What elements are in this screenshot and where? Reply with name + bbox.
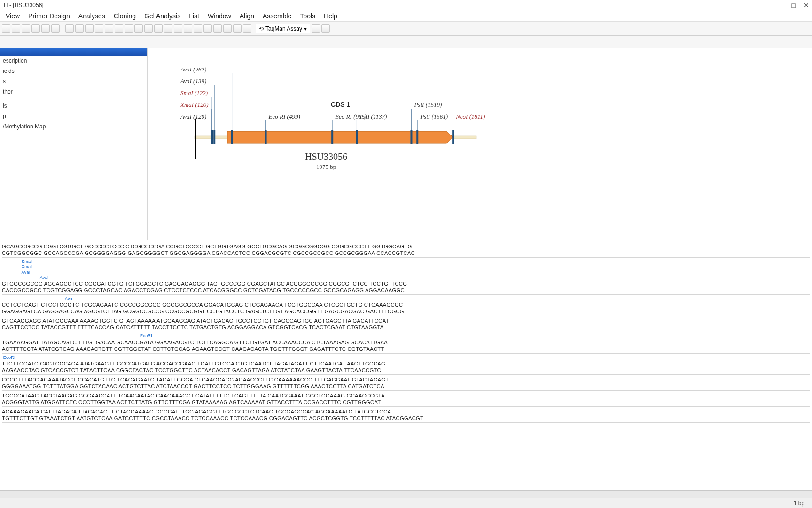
svg-text:XmaI (120): XmaI (120) — [180, 101, 209, 108]
menu-align[interactable]: Align — [236, 11, 258, 21]
svg-rect-31 — [416, 130, 418, 144]
toolbar-button[interactable] — [125, 24, 133, 33]
sequence-length: 1975 bp — [303, 163, 350, 171]
toolbar-button[interactable] — [95, 24, 103, 33]
menu-analyses[interactable]: Analyses — [75, 11, 109, 21]
toolbar-button[interactable] — [41, 24, 50, 33]
main-toolbar: ⟲ TaqMan Assay ▾ — [0, 22, 812, 36]
horizontal-scrollbar[interactable] — [0, 490, 812, 498]
sequence-bottom-strand: ACTTTTCCTA ATATCGTCAG AAACACTGTT CGTTGGC… — [2, 346, 810, 352]
svg-rect-16 — [211, 130, 212, 144]
toolbar-button[interactable] — [134, 24, 143, 33]
sequence-top-strand: TTCTTGGATG CAGTGGCAGA ATATGAAGTT GCCGATG… — [2, 360, 810, 367]
restriction-site-label: EcoRI — [2, 333, 810, 339]
toolbar-button[interactable] — [184, 24, 192, 33]
sequence-block: EcoRITGAAAAGGAT TATAGCAGTC TTTGTGACAA GC… — [2, 333, 810, 353]
toolbar-button[interactable] — [85, 24, 94, 33]
restriction-site-label: AvaI — [2, 270, 810, 275]
sequence-bottom-strand: AAGAACCTAC GTCACCGTCT TATACTTCAA CGGCTAC… — [2, 367, 810, 373]
toolbar-button[interactable] — [22, 24, 30, 33]
toolbar-button[interactable] — [115, 24, 123, 33]
toolbar-button[interactable] — [233, 24, 242, 33]
sequence-bottom-strand: CAGTTCCTCC TATACCGTTT TTTTCACCAG CATCATT… — [2, 324, 810, 331]
left-sidebar: escriptionieldssthorisp/Methylation Map — [0, 48, 148, 240]
toolbar-button[interactable] — [194, 24, 202, 33]
sequence-block: ACAAAGAACA CATTTAGACA TTACAGAGTT CTAGGAA… — [2, 408, 810, 423]
dna-icon: ⟲ — [259, 25, 264, 32]
sequence-top-strand: CCCCTTTACC AGAAATACCT CCAGATGTTG TGACAGA… — [2, 376, 810, 383]
svg-text:PstI (1561): PstI (1561) — [420, 113, 448, 120]
toolbar-button[interactable] — [75, 24, 84, 33]
toolbar-button[interactable] — [144, 24, 153, 33]
svg-text:PstI (1519): PstI (1519) — [414, 101, 442, 108]
menu-view[interactable]: VViewiew — [2, 11, 23, 21]
svg-rect-2 — [195, 119, 196, 159]
main-area: escriptionieldssthorisp/Methylation Map … — [0, 48, 812, 240]
sequence-block: SmaI XmaI AvaI AvaIGTGGCGGCGG AGCAGCCTCC… — [2, 259, 810, 295]
taqman-dropdown[interactable]: ⟲ TaqMan Assay ▾ — [256, 24, 310, 33]
toolbar-button[interactable] — [203, 24, 212, 33]
toolbar-button[interactable] — [164, 24, 172, 33]
svg-rect-25 — [356, 130, 358, 144]
toolbar-button[interactable] — [31, 24, 40, 33]
toolbar-button[interactable] — [105, 24, 113, 33]
svg-rect-34 — [452, 130, 454, 144]
svg-rect-7 — [213, 130, 215, 144]
close-button[interactable]: ✕ — [804, 1, 809, 9]
sequence-bottom-strand: CGTCGGCGGC GCCAGCCCGA GCGGGGAGGG GAGCGGG… — [2, 250, 810, 256]
maximize-button[interactable]: □ — [791, 1, 795, 9]
menu-gel-analysis[interactable]: Gel Analysis — [141, 11, 184, 21]
toolbar-button[interactable] — [12, 24, 20, 33]
menu-tools[interactable]: Tools — [296, 11, 319, 21]
menu-assemble[interactable]: Assemble — [259, 11, 295, 21]
sequence-map-view[interactable]: CDS 1AvaI (262)AvaI (139)SmaI (122)XmaI … — [148, 48, 812, 240]
sequence-text-panel[interactable]: GCAGCCGCCG CGGTCGGGCT GCCCCCTCCC CTCGCCC… — [0, 240, 812, 425]
menu-cloning[interactable]: Cloning — [110, 11, 140, 21]
toolbar-button[interactable] — [2, 24, 10, 33]
toolbar-button[interactable] — [213, 24, 222, 33]
sequence-top-strand: CCTCCTCAGT CTCCTCGGTC TCGCAGAATC CGCCGGC… — [2, 302, 810, 308]
svg-text:CDS 1: CDS 1 — [331, 101, 350, 108]
toolbar-button[interactable] — [223, 24, 232, 33]
toolbar-button[interactable] — [174, 24, 182, 33]
menu-list[interactable]: List — [185, 11, 203, 21]
sidebar-item[interactable]: is — [0, 101, 147, 111]
sequence-block: CCCCTTTACC AGAAATACCT CCAGATGTTG TGACAGA… — [2, 376, 810, 391]
menu-primer-design[interactable]: Primer Design — [24, 11, 74, 21]
taqman-label: TaqMan Assay — [265, 25, 302, 32]
cursor-position: 1 bp — [794, 500, 804, 507]
toolbar-button[interactable] — [154, 24, 163, 33]
sidebar-item[interactable]: s — [0, 76, 147, 87]
toolbar-button[interactable] — [243, 24, 251, 33]
sidebar-item[interactable]: ields — [0, 66, 147, 76]
restriction-site-label: SmaI — [2, 259, 810, 264]
toolbar-button[interactable] — [321, 24, 330, 33]
minimize-button[interactable]: — — [777, 1, 783, 9]
sequence-bottom-strand: CACCGCCGCC TCGTCGGAGG GCCCTAGCAC AGACCTC… — [2, 287, 810, 294]
sidebar-item[interactable]: p — [0, 111, 147, 121]
sidebar-header[interactable] — [0, 48, 147, 56]
sidebar-item[interactable]: escription — [0, 56, 147, 66]
sequence-bottom-strand: GGGGAAATGG TCTTTATGGA GGTCTACAAC ACTGTCT… — [2, 383, 810, 389]
restriction-site-label: EcoRI — [2, 355, 810, 360]
toolbar-button[interactable] — [51, 24, 60, 33]
sequence-top-strand: ACAAAGAACA CATTTAGACA TTACAGAGTT CTAGGAA… — [2, 408, 810, 415]
sequence-bottom-strand: ACGGGTATTG ATGGATTCTC CCCTTGGTAA ACTTCTT… — [2, 399, 810, 405]
sequence-block: GCAGCCGCCG CGGTCGGGCT GCCCCCTCCC CTCGCCC… — [2, 243, 810, 258]
window-controls: — □ ✕ — [770, 1, 809, 9]
sidebar-item[interactable]: thor — [0, 87, 147, 97]
menu-help[interactable]: Help — [320, 11, 341, 21]
status-bar: 1 bp — [0, 498, 812, 508]
sequence-block: TGCCCATAAC TACCTAAGAG GGGAACCATT TGAAGAA… — [2, 392, 810, 407]
menu-window[interactable]: Window — [204, 11, 235, 21]
sidebar-item[interactable]: /Methylation Map — [0, 121, 147, 132]
sequence-name: HSU33056 — [303, 151, 350, 162]
restriction-site-label: AvaI — [2, 296, 810, 302]
toolbar-button[interactable] — [312, 24, 320, 33]
svg-rect-4 — [231, 130, 233, 144]
svg-rect-19 — [265, 130, 267, 144]
toolbar-button[interactable] — [65, 24, 74, 33]
restriction-site-label: XmaI — [2, 264, 810, 270]
sequence-top-strand: GTCAAGGAGG ATATGGCAAA AAAAGTGGTC GTAGTAA… — [2, 318, 810, 324]
sidebar-item[interactable] — [0, 97, 147, 101]
